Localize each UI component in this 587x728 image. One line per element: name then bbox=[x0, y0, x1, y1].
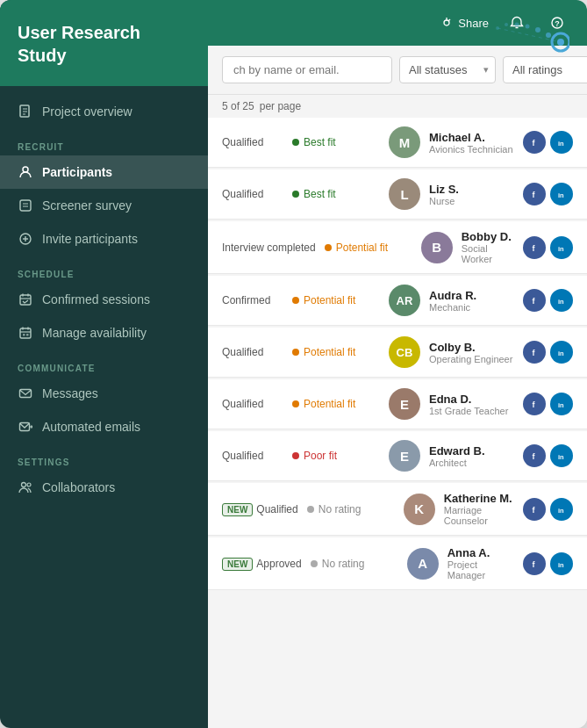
participant-social: fin bbox=[523, 289, 573, 312]
participants-label: Participants bbox=[42, 165, 112, 179]
avatar: A bbox=[407, 548, 439, 580]
svg-rect-14 bbox=[20, 200, 31, 211]
main-content: Share ? All statuses Qualified bbox=[208, 0, 587, 728]
linkedin-button[interactable]: in bbox=[550, 183, 573, 205]
svg-point-33 bbox=[22, 483, 26, 487]
svg-rect-28 bbox=[23, 334, 25, 336]
person-icon bbox=[18, 164, 33, 180]
facebook-button[interactable]: f bbox=[523, 341, 546, 364]
svg-text:f: f bbox=[533, 349, 536, 357]
sidebar-header: User Research Study bbox=[0, 0, 208, 86]
facebook-button[interactable]: f bbox=[523, 236, 546, 259]
participant-name: Edward B. bbox=[429, 444, 514, 458]
participant-status: Qualified bbox=[222, 188, 283, 200]
participant-role: 1st Grade Teacher bbox=[429, 406, 514, 416]
facebook-button[interactable]: f bbox=[523, 444, 546, 467]
svg-rect-20 bbox=[20, 295, 31, 305]
toolbar: All statuses Qualified Approved Confirme… bbox=[208, 46, 587, 95]
participant-social: fin bbox=[523, 552, 573, 575]
section-label-schedule: SCHEDULE bbox=[0, 256, 208, 283]
nav-confirmed[interactable]: Confirmed sessions bbox=[0, 283, 208, 316]
linkedin-button[interactable]: in bbox=[550, 289, 573, 312]
nav-project-overview[interactable]: Project overview bbox=[0, 95, 208, 128]
table-row: NEWQualifiedNo ratingKKatherine M.Marria… bbox=[208, 483, 587, 536]
status-filter[interactable]: All statuses Qualified Approved Confirme… bbox=[399, 56, 496, 83]
rating-filter[interactable]: All ratings Best fit Potential fit Poor … bbox=[503, 56, 587, 83]
participant-role: Nurse bbox=[429, 196, 514, 206]
svg-text:f: f bbox=[533, 452, 536, 461]
linkedin-button[interactable]: in bbox=[550, 236, 573, 259]
avatar: K bbox=[404, 494, 435, 525]
participant-fit: Potential fit bbox=[292, 398, 380, 410]
facebook-button[interactable]: f bbox=[523, 183, 546, 205]
linkedin-button[interactable]: in bbox=[550, 444, 573, 467]
table-row: QualifiedPotential fitCBColby B.Operatin… bbox=[208, 328, 587, 378]
help-button[interactable]: ? bbox=[545, 11, 569, 35]
svg-text:in: in bbox=[558, 298, 564, 306]
facebook-button[interactable]: f bbox=[523, 552, 546, 575]
participant-info: Michael A.Avionics Technician bbox=[429, 131, 514, 155]
app-container: User Research Study Project overview REC… bbox=[0, 0, 587, 728]
pagination-row: 5 of 25 per page bbox=[208, 95, 587, 118]
participant-role: Operating Engineer bbox=[429, 354, 514, 364]
notifications-button[interactable] bbox=[505, 11, 529, 35]
share-button[interactable]: Share bbox=[440, 17, 489, 30]
linkedin-button[interactable]: in bbox=[550, 341, 573, 364]
participant-status: NEWQualified bbox=[222, 503, 298, 515]
section-label-settings: SETTINGS bbox=[0, 443, 208, 471]
nav-collaborators[interactable]: Collaborators bbox=[0, 471, 208, 504]
pagination-text: 5 of 25 bbox=[222, 100, 254, 112]
participant-name: Anna A. bbox=[447, 546, 514, 559]
linkedin-button[interactable]: in bbox=[550, 498, 573, 521]
participant-status: NEWApproved bbox=[222, 558, 302, 570]
svg-text:in: in bbox=[558, 244, 564, 252]
linkedin-button[interactable]: in bbox=[550, 552, 573, 575]
invite-label: Invite participants bbox=[42, 232, 138, 246]
participant-status: Confirmed bbox=[222, 294, 283, 306]
svg-rect-29 bbox=[26, 334, 29, 336]
participant-status: Interview completed bbox=[222, 241, 316, 254]
participant-info: Bobby D.Social Worker bbox=[462, 230, 514, 264]
participant-role: Social Worker bbox=[462, 243, 514, 264]
table-row: Interview completedPotential fitBBobby D… bbox=[208, 221, 587, 274]
svg-text:in: in bbox=[558, 191, 564, 199]
linkedin-button[interactable]: in bbox=[550, 131, 573, 154]
collaborators-label: Collaborators bbox=[42, 480, 115, 494]
table-row: QualifiedPotential fitEEdna D.1st Grade … bbox=[208, 379, 587, 429]
nav-emails[interactable]: Automated emails bbox=[0, 410, 208, 443]
facebook-button[interactable]: f bbox=[523, 393, 546, 415]
screener-label: Screener survey bbox=[42, 198, 132, 213]
participant-info: Katherine M.Marriage Counselor bbox=[444, 492, 514, 526]
status-filter-wrap: All statuses Qualified Approved Confirme… bbox=[399, 56, 496, 83]
svg-text:?: ? bbox=[555, 19, 560, 28]
facebook-button[interactable]: f bbox=[523, 289, 546, 312]
participant-name: Bobby D. bbox=[462, 230, 514, 243]
participant-role: Project Manager bbox=[447, 559, 514, 580]
svg-text:f: f bbox=[533, 139, 536, 148]
svg-line-37 bbox=[448, 19, 450, 21]
nav-screener[interactable]: Screener survey bbox=[0, 189, 208, 222]
nav-invite[interactable]: Invite participants bbox=[0, 222, 208, 256]
participants-table: QualifiedBest fitMMichael A.Avionics Tec… bbox=[208, 118, 587, 728]
participant-name: Edna D. bbox=[429, 393, 514, 406]
svg-rect-24 bbox=[20, 328, 31, 338]
nav-participants[interactable]: Participants bbox=[0, 155, 208, 189]
linkedin-button[interactable]: in bbox=[550, 393, 573, 415]
svg-text:in: in bbox=[558, 401, 564, 409]
list-icon bbox=[18, 198, 33, 213]
main-header: Share ? bbox=[208, 0, 587, 46]
participant-fit: Poor fit bbox=[292, 450, 380, 462]
svg-text:f: f bbox=[533, 400, 536, 409]
facebook-button[interactable]: f bbox=[523, 498, 546, 521]
participant-social: fin bbox=[523, 131, 573, 154]
rating-filter-wrap: All ratings Best fit Potential fit Poor … bbox=[503, 56, 587, 83]
search-input[interactable] bbox=[222, 56, 392, 83]
participant-info: Anna A.Project Manager bbox=[447, 546, 514, 580]
nav-availability[interactable]: Manage availability bbox=[0, 316, 208, 350]
svg-text:in: in bbox=[558, 350, 564, 357]
participant-name: Katherine M. bbox=[444, 492, 514, 505]
nav-messages[interactable]: Messages bbox=[0, 377, 208, 410]
facebook-button[interactable]: f bbox=[523, 131, 546, 154]
calendar-grid-icon bbox=[18, 325, 33, 341]
new-badge: NEW bbox=[222, 558, 253, 571]
